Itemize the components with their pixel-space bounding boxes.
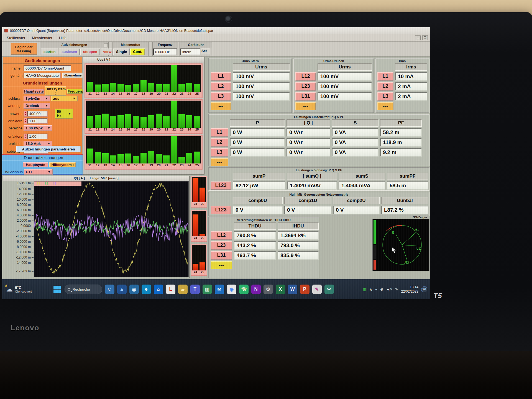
spectrum-bar <box>125 114 132 128</box>
phase-chip[interactable]: L12 <box>295 72 316 81</box>
x-tick-label: 24 <box>192 270 199 275</box>
settings-icon[interactable]: ⚙ <box>264 285 273 294</box>
x-tick-label: 11 <box>86 128 94 133</box>
clock-set-button[interactable]: Set <box>201 48 210 55</box>
notification-badge[interactable]: 26 <box>421 286 427 292</box>
frequency-display: 0.000 Hz <box>153 48 177 55</box>
aufzeichnungen-group-label: Aufzeichnungen <box>40 42 109 48</box>
phase-chip[interactable]: L31 <box>295 92 316 101</box>
menu-stellfenster[interactable]: Stellfenster <box>3 35 29 41</box>
device-owner-field[interactable]: HAAG Messgeraete <box>24 73 61 78</box>
phase-chip[interactable]: L2 <box>377 82 393 91</box>
phase-chip[interactable]: L2 <box>211 82 231 91</box>
single-button[interactable]: Single <box>113 48 130 55</box>
weighting-select[interactable]: Dreieck▼ <box>24 103 50 109</box>
current-voltage-select[interactable]: U+I▼ <box>24 169 53 175</box>
y-tick-label: -8.0000 m – <box>16 245 34 249</box>
word-icon[interactable]: W <box>288 285 297 294</box>
phase-chip[interactable]: L31 <box>211 251 232 260</box>
minimize-button[interactable]: – <box>415 35 421 40</box>
table-row: L1100 mV <box>211 72 290 81</box>
taskbar-weather-widget[interactable]: ☁☀ 9°C Ciel couvert <box>2 285 36 293</box>
nominal-stepper[interactable]: ▲▼ 400.00 <box>24 111 48 117</box>
store-icon[interactable]: ⌂ <box>154 285 163 294</box>
tray-chart-icon[interactable]: ▥ <box>363 287 367 291</box>
chart-app-icon[interactable]: ▥ <box>203 285 212 294</box>
edge-icon[interactable]: e <box>142 285 151 294</box>
phase-chip[interactable]: L1 <box>211 72 231 81</box>
phase-chip[interactable]: L3 <box>377 92 393 101</box>
spectrum-bar <box>95 85 101 92</box>
device-clock-field[interactable]: intern <box>180 48 200 55</box>
x-tick-label: 24 <box>186 128 193 133</box>
phase-chip[interactable]: L3 <box>211 148 228 157</box>
lenovo-vantage-icon[interactable]: L <box>166 285 175 294</box>
device-name-field[interactable]: 000007D7 Omni-Quant <box>24 65 71 71</box>
auslesen-button[interactable]: auslesen <box>59 48 80 55</box>
search-input[interactable]: Recherche <box>65 285 102 294</box>
chrome-icon[interactable]: ◉ <box>227 285 236 294</box>
hidden-icons-chevron[interactable]: ∧ <box>369 287 372 291</box>
spectrum-bar <box>102 84 109 92</box>
onenote-icon[interactable]: N <box>251 285 261 294</box>
aufzeichnungen-options-button[interactable] <box>104 43 108 47</box>
network-tray-icon[interactable]: ⊕ <box>380 287 383 291</box>
phase-chip[interactable]: L1 <box>211 128 228 137</box>
phase-chip[interactable]: --- <box>211 158 228 166</box>
gauge-green-segment <box>374 220 376 244</box>
y-tick-label: 8.0000 m – <box>17 203 34 207</box>
file-explorer-icon[interactable]: ▰ <box>178 285 188 294</box>
taskbar-clock[interactable]: 13:14 22/02/2023 <box>401 285 418 294</box>
phase-chip[interactable]: L1 <box>377 72 393 81</box>
menu-messfenster[interactable]: Messfenster <box>29 35 56 41</box>
powerpoint-icon[interactable]: P <box>300 285 310 294</box>
stoppen-button[interactable]: stoppen <box>80 48 100 55</box>
quick-assist-icon[interactable]: ☺ <box>105 285 114 294</box>
desk-surface <box>0 351 532 399</box>
photos-icon[interactable]: ▲ <box>117 285 127 294</box>
phase-chip[interactable]: L3 <box>211 92 231 101</box>
teams-icon[interactable]: T <box>190 285 200 294</box>
aux-select[interactable]: aus▼ <box>51 96 78 101</box>
windows-start-button[interactable] <box>52 285 62 294</box>
volume-tray-icon[interactable]: ◄× <box>386 287 392 291</box>
x-tick-label: 20 <box>155 163 163 169</box>
network-symmetry-table: Null- Mit- Gegensystem Netzsymmetriecomp… <box>208 192 429 216</box>
starten-button[interactable]: starten <box>41 48 58 55</box>
pen-tray-icon[interactable]: ✎ <box>395 287 398 291</box>
phase-chip[interactable]: --- <box>211 261 232 269</box>
phase-chip[interactable]: L23 <box>295 82 316 91</box>
frequency-select[interactable]: 50 Hz▼ <box>55 109 73 119</box>
connection-select[interactable]: 3p4w3m▼ <box>24 96 50 101</box>
cont-button[interactable]: Cont. <box>130 48 145 55</box>
phase-chip[interactable]: L23 <box>211 241 232 250</box>
x-tick-label: 15 <box>117 163 124 169</box>
snip-icon[interactable]: ✂ <box>324 285 334 294</box>
apply-button[interactable]: übernehmen <box>62 73 85 78</box>
phase-chip[interactable]: L12 <box>211 231 232 240</box>
phase-chip[interactable]: --- <box>377 102 393 110</box>
factor-i-stepper[interactable]: ▲▼ 1.00 <box>24 134 48 139</box>
parametrize-recordings-button[interactable]: Aufzeichnungen parametrieren <box>16 146 81 152</box>
range-u-select[interactable]: 1.00 kVpk▼ <box>24 125 52 131</box>
mail-icon[interactable]: ✉ <box>215 285 224 294</box>
toolbar: Beginn der Messung Aufzeichnungen starte… <box>2 42 430 57</box>
phase-chip[interactable]: --- <box>295 102 316 110</box>
menu-hilfe[interactable]: Hilfe! <box>56 35 71 41</box>
paint-icon[interactable]: ✎ <box>312 285 322 294</box>
phase-chip[interactable]: L2 <box>211 138 228 147</box>
factor-u-stepper[interactable]: ▲▼ 1.00 <box>24 118 48 124</box>
phase-chip[interactable]: L123 <box>211 181 231 190</box>
aufzeichnungen-buttons: startenauslesenstoppenverwerfen <box>40 48 109 56</box>
teamviewer-tray-icon[interactable]: ● <box>375 287 377 291</box>
daueraufzeichnungen-header: Daueraufzeichnungen <box>2 155 85 161</box>
excel-icon[interactable]: X <box>276 285 285 294</box>
calls-icon[interactable]: ☏ <box>239 285 249 294</box>
begin-measurement-button[interactable]: Beginn der Messung <box>11 43 37 55</box>
device-settings-panel: Gerätekennungen name : 000007D7 Omni-Qua… <box>3 57 82 154</box>
maximize-button[interactable]: ❐ <box>422 35 428 40</box>
phase-chip[interactable]: L123 <box>211 206 231 214</box>
device-owner-label: gentüm <box>4 73 24 78</box>
phase-chip[interactable]: --- <box>211 102 231 110</box>
camera-icon[interactable]: ◉ <box>129 285 139 294</box>
